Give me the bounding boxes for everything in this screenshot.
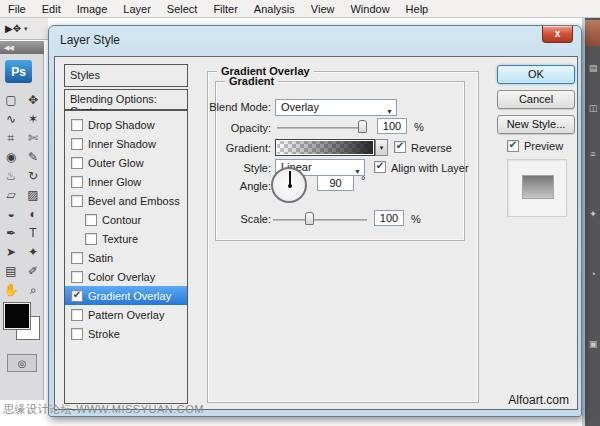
- magic-wand-tool-icon[interactable]: ✶: [28, 112, 38, 126]
- menu-layer[interactable]: Layer: [115, 3, 159, 15]
- checkbox[interactable]: [71, 328, 83, 340]
- blend-mode-value: Overlay: [281, 101, 319, 113]
- angle-label: Angle:: [195, 180, 271, 192]
- move-tool-icon[interactable]: ✥: [28, 93, 38, 107]
- preview-checkbox[interactable]: ✔: [507, 140, 519, 152]
- blending-options-item[interactable]: Blending Options: Custom: [64, 89, 188, 110]
- menu-image[interactable]: Image: [69, 3, 116, 15]
- zoom-tool-icon[interactable]: ⌕: [30, 283, 37, 297]
- opacity-value-field[interactable]: 100: [377, 118, 407, 134]
- style-item-inner-glow[interactable]: Inner Glow: [65, 172, 187, 191]
- eraser-tool-icon[interactable]: ▱: [6, 188, 15, 202]
- checkbox-checked[interactable]: ✔: [71, 290, 83, 302]
- style-item-gradient-overlay[interactable]: ✔Gradient Overlay: [65, 286, 187, 305]
- healing-brush-tool-icon[interactable]: ◉: [6, 150, 16, 164]
- dock-panel-icon[interactable]: ◫: [587, 102, 599, 114]
- dock-panel-icon[interactable]: ▤: [587, 62, 599, 74]
- scale-slider-track[interactable]: [273, 219, 367, 221]
- style-item-label: Gradient Overlay: [88, 290, 171, 302]
- eyedropper-tool-icon[interactable]: ✐: [28, 264, 38, 278]
- style-item-bevel-and-emboss[interactable]: Bevel and Emboss: [65, 191, 187, 210]
- gradient-swatch[interactable]: [275, 139, 375, 156]
- checkbox[interactable]: [71, 157, 83, 169]
- new-style-button[interactable]: New Style...: [497, 115, 575, 134]
- menu-help[interactable]: Help: [398, 3, 437, 15]
- type-tool-icon[interactable]: T: [29, 226, 36, 240]
- gradient-tool-icon[interactable]: ▨: [27, 188, 38, 202]
- checkbox[interactable]: [85, 214, 97, 226]
- move-tool-icon[interactable]: ▶✥: [5, 23, 21, 34]
- checkbox[interactable]: [71, 138, 83, 150]
- lasso-tool-icon[interactable]: ∿: [6, 112, 16, 126]
- alfoart-watermark: Alfoart.com: [508, 393, 569, 407]
- style-item-satin[interactable]: Satin: [65, 248, 187, 267]
- styles-header[interactable]: Styles: [64, 64, 188, 87]
- style-item-label: Outer Glow: [88, 157, 144, 169]
- style-item-pattern-overlay[interactable]: Pattern Overlay: [65, 305, 187, 324]
- scale-unit: %: [411, 213, 421, 225]
- menu-window[interactable]: Window: [342, 3, 397, 15]
- dodge-tool-icon[interactable]: ◐: [29, 207, 36, 221]
- style-item-label: Pattern Overlay: [88, 309, 164, 321]
- scale-value-field[interactable]: 100: [374, 210, 404, 226]
- blur-tool-icon[interactable]: ◒: [7, 207, 14, 221]
- blend-mode-label: Blend Mode:: [195, 101, 271, 113]
- style-item-outer-glow[interactable]: Outer Glow: [65, 153, 187, 172]
- opacity-slider-track[interactable]: [277, 127, 367, 129]
- menu-view[interactable]: View: [303, 3, 343, 15]
- toolbar-collapse-header[interactable]: ◀◀: [0, 41, 44, 54]
- checkbox[interactable]: [71, 176, 83, 188]
- style-item-color-overlay[interactable]: Color Overlay: [65, 267, 187, 286]
- path-selection-tool-icon[interactable]: ➤: [6, 245, 16, 259]
- custom-shape-tool-icon[interactable]: ✦: [28, 245, 38, 259]
- style-item-stroke[interactable]: Stroke: [65, 324, 187, 343]
- checkbox[interactable]: [71, 119, 83, 131]
- brush-tool-icon[interactable]: ✎: [28, 150, 38, 164]
- angle-value-field[interactable]: 90: [317, 175, 354, 191]
- menu-filter[interactable]: Filter: [205, 3, 245, 15]
- align-with-layer-label: Align with Layer: [391, 162, 469, 174]
- crop-tool-icon[interactable]: ⌗: [8, 131, 15, 145]
- style-item-texture[interactable]: Texture: [65, 229, 187, 248]
- style-item-label: Color Overlay: [88, 271, 155, 283]
- menu-file[interactable]: File: [0, 3, 34, 15]
- foreground-color-swatch[interactable]: [4, 303, 30, 329]
- scale-slider-thumb[interactable]: [305, 212, 314, 225]
- checkbox[interactable]: [71, 252, 83, 264]
- menu-analysis[interactable]: Analysis: [246, 3, 303, 15]
- style-item-inner-shadow[interactable]: Inner Shadow: [65, 134, 187, 153]
- style-item-contour[interactable]: Contour: [65, 210, 187, 229]
- menu-select[interactable]: Select: [159, 3, 206, 15]
- checkbox[interactable]: [85, 233, 97, 245]
- style-item-label: Stroke: [88, 328, 120, 340]
- opacity-label: Opacity:: [195, 122, 271, 134]
- history-brush-tool-icon[interactable]: ↻: [28, 169, 38, 183]
- dock-panel-icon[interactable]: ≡: [587, 148, 599, 160]
- checkbox[interactable]: [71, 271, 83, 283]
- dock-panel-icon[interactable]: ✦: [587, 208, 599, 220]
- close-button[interactable]: x: [542, 26, 573, 43]
- cancel-button[interactable]: Cancel: [497, 90, 575, 109]
- angle-dial[interactable]: [271, 167, 307, 203]
- pen-tool-icon[interactable]: ✒: [6, 226, 16, 240]
- clone-stamp-tool-icon[interactable]: ♨: [6, 169, 17, 183]
- tool-preset-arrow-icon[interactable]: ▾: [24, 25, 28, 33]
- dock-panel-icon[interactable]: ◔: [587, 268, 599, 280]
- notes-tool-icon[interactable]: ▤: [5, 264, 16, 278]
- reverse-checkbox[interactable]: ✔: [394, 141, 406, 153]
- align-with-layer-checkbox[interactable]: ✔: [374, 161, 386, 173]
- dock-panel-icon[interactable]: ▣: [587, 338, 599, 350]
- opacity-slider-thumb[interactable]: [358, 120, 367, 133]
- hand-tool-icon[interactable]: ✋: [4, 283, 19, 297]
- preview-label: Preview: [524, 140, 563, 152]
- rectangular-marquee-tool-icon[interactable]: ▢: [5, 93, 16, 107]
- style-item-drop-shadow[interactable]: Drop Shadow: [65, 115, 187, 134]
- blend-mode-select[interactable]: Overlay ▼: [275, 99, 397, 116]
- checkbox[interactable]: [71, 195, 83, 207]
- checkbox[interactable]: [71, 309, 83, 321]
- menu-edit[interactable]: Edit: [34, 3, 69, 15]
- gradient-picker-arrow[interactable]: ▾: [375, 139, 388, 156]
- slice-tool-icon[interactable]: ✄: [28, 131, 38, 145]
- ok-button[interactable]: OK: [497, 65, 575, 84]
- quick-mask-button[interactable]: ◎: [7, 354, 37, 372]
